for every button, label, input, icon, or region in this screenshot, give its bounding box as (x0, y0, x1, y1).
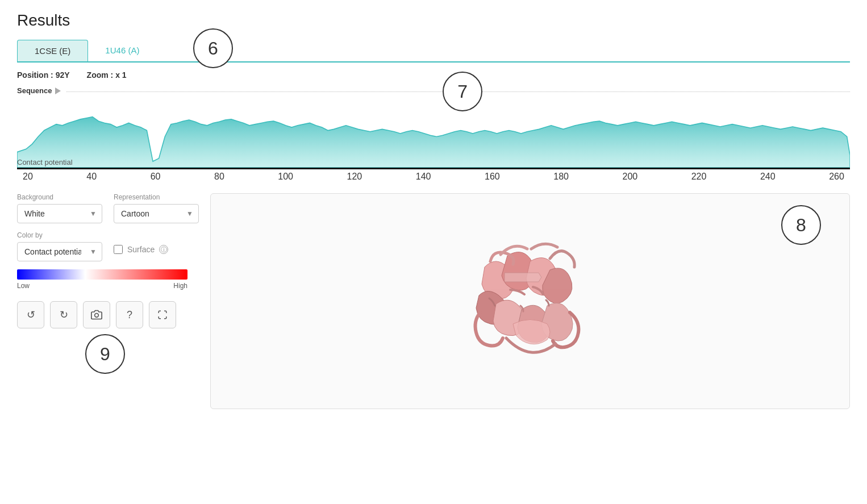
bottom-section: Background White Black Grey ▼ Representa… (17, 193, 850, 409)
background-control: Background White Black Grey ▼ (17, 193, 102, 223)
zoom-value: x 1 (115, 70, 126, 80)
representation-select[interactable]: Cartoon Surface Ball+Stick Licorice (114, 204, 199, 223)
representation-label: Representation (114, 193, 199, 201)
screenshot-button[interactable] (83, 301, 110, 328)
3d-viewer-panel[interactable]: 8 (210, 193, 850, 409)
contact-potential-chart (17, 99, 850, 168)
x-tick-100: 100 (278, 172, 293, 182)
background-label: Background (17, 193, 102, 201)
color-scale-high: High (173, 282, 187, 290)
reset-button[interactable]: ↻ (50, 301, 77, 328)
controls-panel: Background White Black Grey ▼ Representa… (17, 193, 199, 409)
color-by-label: Color by (17, 231, 102, 239)
position-label: Position : (17, 70, 53, 80)
x-tick-220: 220 (691, 172, 707, 182)
page-title: Results (17, 11, 850, 30)
representation-control: Representation Cartoon Surface Ball+Stic… (114, 193, 199, 223)
svg-point-0 (95, 314, 99, 318)
x-tick-20: 20 (23, 172, 33, 182)
background-select-wrapper: White Black Grey ▼ (17, 204, 102, 223)
controls-top-row: Background White Black Grey ▼ Representa… (17, 193, 199, 231)
rotate-button[interactable]: ↺ (17, 301, 44, 328)
color-by-select[interactable]: Contact potential Chain Residue B-factor (17, 242, 102, 261)
surface-checkbox-row: Surface ⓘ (114, 245, 199, 254)
badge-7: 7 (443, 72, 482, 111)
zoom-label: Zoom : (87, 70, 114, 80)
x-tick-80: 80 (214, 172, 224, 182)
color-scale-low: Low (17, 282, 30, 290)
x-tick-200: 200 (622, 172, 637, 182)
tabs-container: 1CSE (E) 1U46 (A) 6 (17, 40, 850, 63)
chart-area: Sequence 7 Contact potential 20 40 60 80… (17, 86, 850, 182)
tab-1u46[interactable]: 1U46 (A) (88, 40, 156, 61)
help-button[interactable]: ? (116, 301, 143, 328)
x-tick-260: 260 (829, 172, 844, 182)
sequence-label: Sequence (17, 86, 61, 95)
color-by-select-wrapper: Contact potential Chain Residue B-factor… (17, 242, 102, 261)
color-by-control: Color by Contact potential Chain Residue… (17, 231, 102, 261)
surface-checkbox[interactable] (114, 245, 123, 254)
position-zoom-bar: Position : 92Y Zoom : x 1 (17, 70, 850, 80)
badge-8: 8 (781, 205, 821, 245)
x-tick-240: 240 (760, 172, 776, 182)
color-scale-bar (17, 269, 187, 280)
representation-select-wrapper: Cartoon Surface Ball+Stick Licorice ▼ (114, 204, 199, 223)
x-tick-120: 120 (347, 172, 362, 182)
contact-potential-label: Contact potential (17, 158, 73, 166)
controls-mid-row: Color by Contact potential Chain Residue… (17, 231, 199, 269)
tab-1cse[interactable]: 1CSE (E) (17, 40, 88, 61)
position-info: Position : 92Y (17, 70, 70, 80)
badge-6: 6 (193, 28, 233, 68)
x-tick-140: 140 (416, 172, 431, 182)
action-buttons: ↺ ↻ ? 9 (17, 301, 199, 328)
x-axis: 20 40 60 80 100 120 140 160 180 200 220 … (17, 168, 850, 182)
surface-label: Surface (127, 245, 155, 254)
info-icon[interactable]: ⓘ (159, 245, 168, 254)
protein-structure-view (439, 210, 621, 392)
fullscreen-button[interactable] (149, 301, 176, 328)
x-tick-40: 40 (86, 172, 97, 182)
background-select[interactable]: White Black Grey (17, 204, 102, 223)
zoom-info: Zoom : x 1 (87, 70, 127, 80)
x-tick-160: 160 (485, 172, 500, 182)
badge-9: 9 (85, 334, 125, 374)
color-scale-container: Low High (17, 269, 199, 290)
sequence-arrow-icon (55, 88, 61, 94)
x-tick-60: 60 (151, 172, 161, 182)
surface-control: Surface ⓘ (114, 231, 199, 261)
position-value: 92Y (56, 70, 70, 80)
color-scale-labels: Low High (17, 282, 187, 290)
chart-wrapper[interactable]: Contact potential (17, 99, 850, 168)
x-tick-180: 180 (553, 172, 569, 182)
